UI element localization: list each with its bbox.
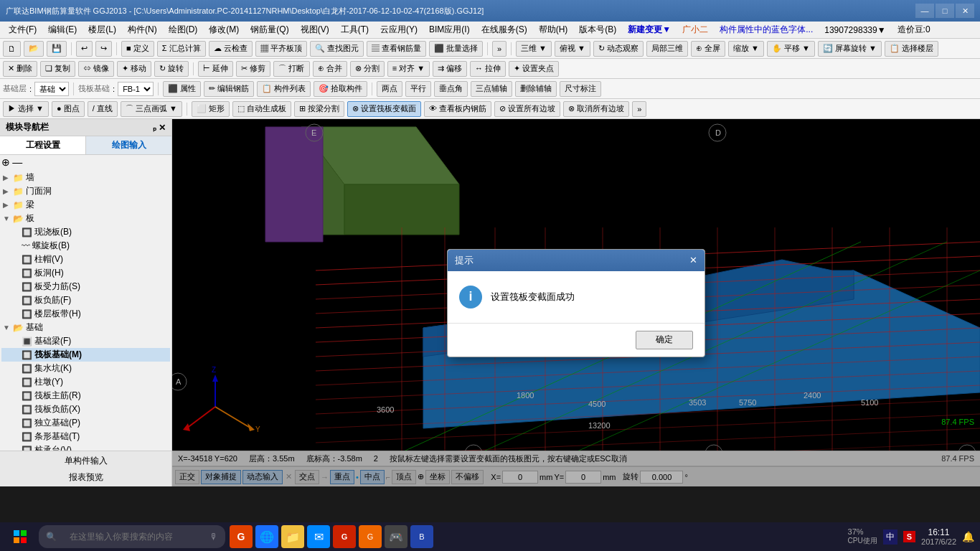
btn-open[interactable]: 📂: [24, 41, 44, 57]
menu-guangxiao[interactable]: 广小二: [677, 22, 714, 37]
menu-draw[interactable]: 绘图(D): [163, 22, 204, 37]
menu-prop-hint[interactable]: 构件属性中的蓝色字体...: [714, 22, 819, 37]
btn-zoom[interactable]: 缩放 ▼: [728, 41, 764, 57]
btn-two-point[interactable]: 两点: [377, 81, 402, 97]
btn-mirror[interactable]: ⇔ 镜像: [78, 61, 114, 77]
btn-set-all-slope[interactable]: ⊘ 设置所有边坡: [494, 101, 560, 117]
taskbar-app-game[interactable]: 🎮: [385, 525, 407, 548]
btn-point[interactable]: ● 图点: [52, 101, 85, 117]
btn-new[interactable]: 🗋: [3, 41, 21, 57]
menu-rebar[interactable]: 钢筋量(Q): [245, 22, 294, 37]
btn-edit-rebar[interactable]: ✏ 编辑钢筋: [204, 81, 254, 97]
btn-parallel[interactable]: 平行: [405, 81, 431, 97]
btn-local-3d[interactable]: 局部三维: [646, 41, 688, 57]
maximize-button[interactable]: □: [936, 4, 954, 18]
btn-fullscreen[interactable]: ⊕ 全屏: [691, 41, 725, 57]
btn-line[interactable]: / 直线: [88, 101, 118, 117]
btn-align[interactable]: ≡ 对齐 ▼: [387, 61, 430, 77]
btn-3d[interactable]: 三维 ▼: [516, 41, 552, 57]
btn-trim[interactable]: ✂ 修剪: [236, 61, 270, 77]
btn-undo[interactable]: ↩: [76, 41, 93, 57]
btn-properties[interactable]: ⬛ 属性: [163, 81, 201, 97]
btn-split[interactable]: ⊗ 分割: [350, 61, 385, 77]
btn-stretch[interactable]: ↔ 拉伸: [470, 61, 506, 77]
btn-find-elem[interactable]: 🔍 查找图元: [310, 41, 364, 57]
taskbar-app-glodon[interactable]: G: [230, 525, 253, 548]
menu-phone[interactable]: 13907298339▼: [819, 24, 891, 37]
sidebar-btn2[interactable]: —: [12, 156, 22, 168]
sidebar-single-component[interactable]: 单构件输入: [0, 453, 171, 469]
modal-close-icon[interactable]: ✕: [689, 255, 697, 265]
btn-break[interactable]: ⌒ 打断: [273, 61, 309, 77]
tree-item-isolated-found[interactable]: 🔲 独立基础(P): [1, 416, 170, 430]
nav-project-settings[interactable]: 工程设置: [0, 136, 86, 154]
menu-modify[interactable]: 修改(M): [203, 22, 245, 37]
btn-select-floor[interactable]: 📋 选择楼层: [885, 41, 938, 57]
taskbar-app-glodon3[interactable]: G: [359, 525, 382, 548]
menu-tools[interactable]: 工具(T): [335, 22, 374, 37]
component-select[interactable]: FB-1: [118, 82, 154, 96]
tree-item-wall[interactable]: ▶ 📁 墙: [1, 171, 170, 184]
close-button[interactable]: ✕: [956, 4, 974, 18]
btn-three-axis[interactable]: 三点辅轴: [471, 81, 512, 97]
tree-item-cast-slab[interactable]: 🔲 现浇板(B): [1, 225, 170, 239]
btn-flat-top[interactable]: ▦ 平齐板顶: [255, 41, 307, 57]
btn-more[interactable]: »: [492, 41, 507, 57]
btn-view-slab-rebar[interactable]: 👁 查看板内钢筋: [424, 101, 491, 117]
menu-coins[interactable]: 造价豆:0: [892, 22, 936, 37]
antivirus-icon[interactable]: S: [903, 531, 915, 542]
taskbar-app-glodon2[interactable]: G: [333, 525, 356, 548]
btn-delete[interactable]: ✕ 删除: [3, 61, 37, 77]
menu-edit[interactable]: 编辑(E): [42, 22, 83, 37]
btn-auto-gen[interactable]: ⬚ 自动生成板: [232, 101, 291, 117]
taskbar-app-misc[interactable]: B: [410, 525, 433, 548]
btn-pan[interactable]: ✋ 平移 ▼: [767, 41, 815, 57]
btn-calculate[interactable]: Σ 汇总计算: [157, 41, 206, 57]
menu-help[interactable]: 帮助(H): [533, 22, 574, 37]
btn-set-section[interactable]: ⊗ 设置筏板变截面: [347, 101, 421, 117]
tree-item-beam[interactable]: ▶ 📁 梁: [1, 198, 170, 212]
btn-dim[interactable]: 尺寸标注: [560, 81, 601, 97]
tree-item-sump[interactable]: 🔲 集水坑(K): [1, 362, 170, 375]
taskbar-app-folder[interactable]: 📁: [281, 525, 304, 548]
sidebar-report-preview[interactable]: 报表预览: [0, 469, 171, 486]
btn-more2[interactable]: »: [632, 101, 646, 117]
notification-icon[interactable]: 🔔: [962, 531, 974, 542]
taskbar-app-browser[interactable]: 🌐: [255, 525, 278, 548]
btn-merge[interactable]: ⊕ 合并: [313, 61, 347, 77]
menu-file[interactable]: 文件(F): [3, 22, 42, 37]
sidebar-controls[interactable]: ₚ ✕: [153, 123, 166, 133]
layer-select[interactable]: 基础: [34, 82, 69, 96]
btn-cloud-check[interactable]: ☁ 云检查: [209, 41, 253, 57]
taskbar-search-input[interactable]: [61, 527, 205, 547]
btn-perp-angle[interactable]: 垂点角: [434, 81, 468, 97]
taskbar-app-mail[interactable]: ✉: [307, 525, 330, 548]
tree-item-foundation[interactable]: ▼ 📂 基础: [1, 321, 170, 334]
tree-item-raft[interactable]: 🔲 筏板基础(M): [1, 348, 170, 362]
btn-redo[interactable]: ↪: [95, 41, 112, 57]
tree-item-cap[interactable]: 🔲 柱帽(V): [1, 253, 170, 266]
btn-copy[interactable]: ❏ 复制: [40, 61, 75, 77]
lang-indicator[interactable]: 中: [883, 529, 897, 545]
btn-rect[interactable]: ⬜ 矩形: [192, 101, 230, 117]
btn-select[interactable]: ▶ 选择 ▼: [3, 101, 49, 117]
tree-item-raft-main-rebar[interactable]: 🔲 筏板主筋(R): [1, 389, 170, 402]
tree-item-slab-hole[interactable]: 🔲 板洞(H): [1, 266, 170, 280]
menu-floor[interactable]: 楼层(L): [83, 22, 122, 37]
tree-item-strip-found[interactable]: 🔲 条形基础(T): [1, 430, 170, 443]
modal-ok-button[interactable]: 确定: [636, 331, 693, 349]
menu-new-change[interactable]: 新建变更▼: [622, 22, 677, 37]
btn-arc[interactable]: ⌒ 三点画弧 ▼: [121, 101, 182, 117]
btn-pick-component[interactable]: 🎯 拾取构件: [314, 81, 367, 97]
btn-define[interactable]: ■ 定义: [121, 41, 154, 57]
btn-split-beam[interactable]: ⊞ 按梁分割: [294, 101, 344, 117]
btn-del-axis[interactable]: 删除辅轴: [515, 81, 557, 97]
tree-item-neg-rebar[interactable]: 🔲 板负筋(F): [1, 293, 170, 307]
menu-bim[interactable]: BIM应用(I): [423, 22, 476, 37]
btn-move[interactable]: ✦ 移动: [117, 61, 151, 77]
btn-offset[interactable]: ⇉ 偏移: [433, 61, 467, 77]
btn-view-rebar[interactable]: ▤ 查看钢筋量: [367, 41, 426, 57]
btn-set-grip[interactable]: ✦ 设置夹点: [509, 61, 559, 77]
tree-item-spiral-slab[interactable]: 〰 螺旋板(B): [1, 239, 170, 253]
menu-version[interactable]: 版本号(B): [573, 22, 622, 37]
